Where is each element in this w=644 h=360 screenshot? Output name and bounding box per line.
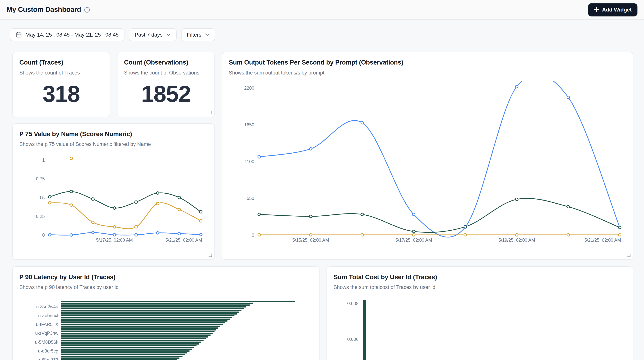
svg-text:5/19/25, 02:00 AM: 5/19/25, 02:00 AM [498,238,535,243]
dashboard-viewport: My Custom Dashboard Add Widget [0,0,644,360]
svg-text:0: 0 [252,233,254,238]
widget-p90-latency: P 90 Latency by User Id (Traces) Shows t… [12,266,320,360]
tokens-chart-svg: 05501100165022005/15/25, 02:00 AM5/17/25… [229,81,626,254]
widget-count-traces: Count (Traces) Shows the count of Traces… [12,52,110,117]
p75-line-chart: 00.250.50.7515/17/25, 02:00 AM5/21/25, 0… [19,153,209,254]
widget-title: Sum Output Tokens Per Second by Prompt (… [229,59,626,66]
svg-text:u-8sq2w4a: u-8sq2w4a [36,304,58,309]
widget-title: Count (Observations) [124,59,208,66]
date-preset-label: Past 7 days [135,32,163,38]
calendar-icon [16,32,22,38]
plus-icon [594,7,599,12]
info-icon[interactable] [84,7,90,13]
widget-p75-value: P 75 Value by Name (Scores Numeric) Show… [12,123,215,260]
resize-handle[interactable] [627,254,630,257]
widget-tokens-per-second: Sum Output Tokens Per Second by Prompt (… [222,52,633,260]
svg-text:5/21/25, 02:00 AM: 5/21/25, 02:00 AM [166,238,202,243]
widget-subtitle: Shows the count of Observations [124,70,208,76]
svg-text:u-5M8D56k: u-5M8D56k [35,340,58,345]
widget-subtitle: Shows the count of Traces [19,70,103,76]
widget-title: Sum Total Cost by User Id (Traces) [334,273,626,281]
svg-text:0.75: 0.75 [36,176,45,181]
svg-text:0.006: 0.006 [347,337,358,342]
count-observations-value: 1852 [124,83,208,106]
resize-handle[interactable] [209,111,212,114]
svg-text:1100: 1100 [244,159,254,164]
svg-text:u-tFAR5TX: u-tFAR5TX [36,322,58,327]
date-range-picker[interactable]: May 14, 25 : 08:45 - May 21, 25 : 08:45 [10,28,124,41]
cost-chart-svg: 0.0080.006 [334,298,627,360]
top-bar: My Custom Dashboard Add Widget [0,0,644,20]
date-range-label: May 14, 25 : 08:45 - May 21, 25 : 08:45 [26,32,118,38]
chevron-down-icon [205,33,210,36]
count-traces-value: 318 [19,83,103,106]
svg-text:550: 550 [246,196,254,201]
widget-subtitle: Shows the p 90 latency of Traces by user… [19,284,313,290]
add-widget-label: Add Widget [602,7,632,13]
latency-chart-svg: u-8sq2w4au-aobnuxfu-tFAR5TXu-zVqP3hwu-5M… [19,298,314,360]
svg-text:0.008: 0.008 [347,301,358,306]
svg-text:2200: 2200 [244,86,254,91]
filter-toolbar: May 14, 25 : 08:45 - May 21, 25 : 08:45 … [10,28,216,41]
widget-title: Count (Traces) [19,59,103,66]
svg-text:u-zVqP3hw: u-zVqP3hw [35,331,58,336]
chevron-down-icon [166,33,171,36]
tokens-line-chart: 05501100165022005/15/25, 02:00 AM5/17/25… [229,81,626,255]
date-preset-dropdown[interactable]: Past 7 days [129,28,176,41]
svg-text:u-d3qr5cg: u-d3qr5cg [38,348,58,353]
svg-text:u-aobnuxf: u-aobnuxf [38,313,58,318]
resize-handle[interactable] [104,111,107,114]
svg-text:u-8fVa9T3: u-8fVa9T3 [38,357,58,360]
widget-count-observations: Count (Observations) Shows the count of … [117,52,215,117]
svg-text:0.25: 0.25 [36,214,45,219]
widget-title: P 75 Value by Name (Scores Numeric) [19,130,208,138]
svg-text:5/15/25, 02:00 AM: 5/15/25, 02:00 AM [292,238,329,243]
filters-label: Filters [187,32,201,38]
svg-text:0.5: 0.5 [38,195,45,200]
resize-handle[interactable] [209,254,212,257]
svg-text:5/21/25, 02:00 AM: 5/21/25, 02:00 AM [584,238,621,243]
cost-bar-chart: 0.0080.006 [334,298,627,360]
svg-text:1650: 1650 [244,122,254,127]
svg-text:1: 1 [42,158,45,163]
latency-bar-chart: u-8sq2w4au-aobnuxfu-tFAR5TXu-zVqP3hwu-5M… [19,298,314,360]
add-widget-button[interactable]: Add Widget [588,3,638,16]
p75-chart-svg: 00.250.50.7515/17/25, 02:00 AM5/21/25, 0… [19,153,209,252]
page-title: My Custom Dashboard [6,6,81,14]
filters-dropdown[interactable]: Filters [181,28,215,41]
widget-subtitle: Shows the sum output tokens/s by prompt [229,70,626,76]
widget-subtitle: Shows the sum totalcost of Traces by use… [334,284,626,290]
widget-subtitle: Shows the p 75 value of Scores Numeric f… [19,141,208,147]
svg-text:5/17/25, 02:00 AM: 5/17/25, 02:00 AM [396,238,432,243]
svg-text:5/17/25, 02:00 AM: 5/17/25, 02:00 AM [96,238,133,243]
widget-title: P 90 Latency by User Id (Traces) [19,273,313,281]
widget-total-cost: Sum Total Cost by User Id (Traces) Shows… [326,266,634,360]
svg-text:0: 0 [42,233,45,238]
